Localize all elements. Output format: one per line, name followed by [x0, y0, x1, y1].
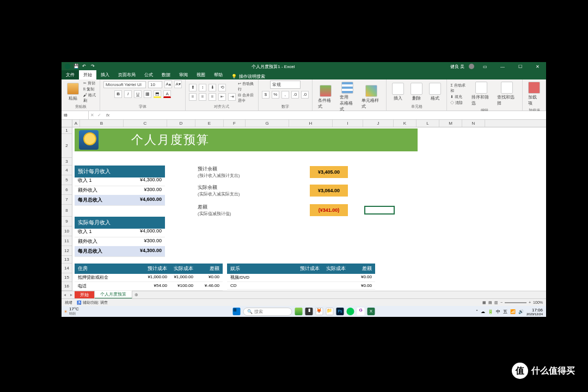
row-header[interactable]: 11 — [62, 236, 72, 246]
row-header[interactable]: 5 — [62, 175, 72, 185]
col-header[interactable]: D — [167, 120, 195, 127]
user-name[interactable]: 健良 吴 — [450, 64, 464, 70]
taskbar-app-icon[interactable] — [347, 308, 354, 315]
taskbar-app-icon[interactable]: 📁 — [326, 308, 334, 315]
view-break-button[interactable]: ▥ — [494, 301, 498, 305]
tell-me[interactable]: 💡 操作说明搜索 — [231, 74, 265, 79]
view-normal-button[interactable]: ▦ — [482, 301, 486, 305]
dec-decimal-button[interactable]: .0 — [301, 91, 309, 99]
autosum-button[interactable]: Σ 自动求和 — [450, 83, 467, 94]
paste-button[interactable]: 粘贴 — [65, 82, 81, 102]
fill-button[interactable]: ⬇ 填充 — [450, 94, 467, 100]
italic-button[interactable]: I — [124, 90, 132, 98]
format-cells-button[interactable]: 格式 — [427, 82, 443, 102]
taskbar-app-icon[interactable] — [295, 308, 303, 315]
tray-chevron-icon[interactable]: ˄ — [476, 309, 478, 314]
active-cell[interactable] — [364, 206, 395, 215]
clear-button[interactable]: ◇ 清除 — [450, 100, 467, 106]
taskbar-excel-icon[interactable]: X — [367, 308, 375, 315]
row-header[interactable]: 6 — [62, 185, 72, 195]
start-button[interactable]: ⊞ — [233, 308, 241, 315]
fill-color-button[interactable]: ⬒ — [154, 90, 161, 98]
tab-formulas[interactable]: 公式 — [140, 70, 157, 79]
conditional-format-button[interactable]: 条件格式 — [316, 84, 335, 111]
inc-decimal-button[interactable]: .0 — [291, 91, 299, 99]
find-select-button[interactable]: 查找和选择 — [495, 81, 519, 107]
delete-cells-button[interactable]: 删除 — [408, 82, 425, 102]
tab-file[interactable]: 文件 — [62, 70, 79, 79]
align-top-button[interactable]: ⬆ — [189, 84, 197, 91]
maximize-button[interactable]: ☐ — [513, 64, 526, 69]
col-header[interactable]: K — [394, 120, 416, 127]
col-header[interactable]: N — [462, 120, 485, 127]
accounting-button[interactable]: $ — [262, 91, 270, 99]
redo-icon[interactable]: ↷ — [91, 64, 96, 69]
select-all-corner[interactable] — [62, 120, 72, 127]
bold-button[interactable]: B — [114, 90, 122, 98]
taskbar-app-icon[interactable]: ▮ — [305, 308, 313, 315]
row-header[interactable]: 14 — [62, 264, 72, 273]
ribbon-options-icon[interactable]: ▭ — [479, 64, 492, 69]
col-header[interactable]: M — [439, 120, 462, 127]
tab-help[interactable]: 帮助 — [210, 70, 227, 79]
undo-icon[interactable]: ↶ — [82, 64, 88, 69]
autosave-toggle[interactable] — [65, 64, 70, 69]
align-middle-button[interactable]: ↕ — [199, 84, 206, 91]
format-painter-button[interactable]: 🖌 格式刷 — [83, 93, 96, 103]
col-header[interactable]: H — [289, 120, 333, 127]
save-icon[interactable]: 💾 — [74, 64, 79, 69]
align-right-button[interactable]: ≡ — [209, 93, 216, 101]
wrap-text-button[interactable]: ↩ 自动换行 — [238, 81, 255, 92]
ime-indicator[interactable]: 五 — [503, 309, 507, 315]
underline-button[interactable]: U — [134, 90, 142, 98]
font-color-button[interactable]: A — [163, 90, 171, 98]
tray-icon[interactable]: ☁ — [481, 309, 485, 314]
tab-home[interactable]: 开始 — [79, 70, 96, 79]
percent-button[interactable]: % — [272, 91, 279, 99]
view-page-button[interactable]: ▤ — [488, 301, 492, 305]
indent-dec-button[interactable]: ⇤ — [218, 93, 226, 101]
font-size-select[interactable]: 10 — [148, 81, 162, 88]
align-bottom-button[interactable]: ⬇ — [209, 84, 216, 91]
zoom-out-button[interactable]: − — [500, 301, 503, 304]
row-header[interactable]: 1 — [62, 127, 72, 134]
format-as-table-button[interactable]: 套用 表格格式 — [338, 81, 357, 113]
row-header[interactable]: 2 — [62, 134, 72, 158]
sheet-tab[interactable]: 个人月度预算 — [95, 291, 132, 299]
tray-icon[interactable]: 🔋 — [488, 309, 493, 314]
increase-font-button[interactable]: A▴ — [164, 81, 172, 88]
col-header[interactable]: F — [224, 120, 246, 127]
col-header[interactable]: A — [72, 120, 80, 127]
col-header[interactable]: L — [416, 120, 439, 127]
sheet-nav-next[interactable]: ▸ — [68, 292, 75, 297]
col-header[interactable]: G — [246, 120, 289, 127]
wifi-icon[interactable]: 📶 — [510, 309, 516, 314]
taskbar-search[interactable]: 🔍 搜索 — [243, 308, 292, 316]
row-header[interactable]: 16 — [62, 282, 72, 291]
taskbar-app-icon[interactable]: 🦊 — [316, 308, 323, 315]
zoom-in-button[interactable]: + — [529, 301, 531, 304]
cancel-icon[interactable]: ✕ — [89, 113, 96, 118]
sheet-nav-prev[interactable]: ◂ — [62, 292, 68, 297]
col-header[interactable]: B — [80, 120, 124, 127]
zoom-slider[interactable] — [505, 302, 526, 303]
tab-layout[interactable]: 页面布局 — [114, 70, 140, 79]
row-header[interactable]: 12 — [62, 246, 72, 256]
col-header[interactable]: I — [333, 120, 363, 127]
col-header[interactable]: E — [195, 120, 224, 127]
volume-icon[interactable]: 🔊 — [518, 309, 524, 314]
indent-inc-button[interactable]: ⇥ — [228, 93, 236, 101]
fx-button[interactable]: fx — [103, 113, 113, 118]
row-header[interactable]: 7 — [62, 195, 72, 205]
sort-filter-button[interactable]: 排序和筛选 — [469, 81, 493, 107]
cut-button[interactable]: ✂ 剪切 — [83, 81, 96, 86]
row-header[interactable]: 8 — [62, 205, 72, 217]
tab-data[interactable]: 数据 — [157, 70, 175, 79]
tab-review[interactable]: 审阅 — [175, 70, 192, 79]
tab-insert[interactable]: 插入 — [96, 70, 114, 79]
sheet-tab[interactable]: 开始 — [75, 291, 95, 298]
merge-center-button[interactable]: ⊟ 合并后居中 — [238, 93, 255, 103]
border-button[interactable]: ▦ — [144, 90, 151, 98]
row-header[interactable]: 15 — [62, 273, 72, 282]
cell-styles-button[interactable]: 单元格样式 — [359, 84, 383, 111]
